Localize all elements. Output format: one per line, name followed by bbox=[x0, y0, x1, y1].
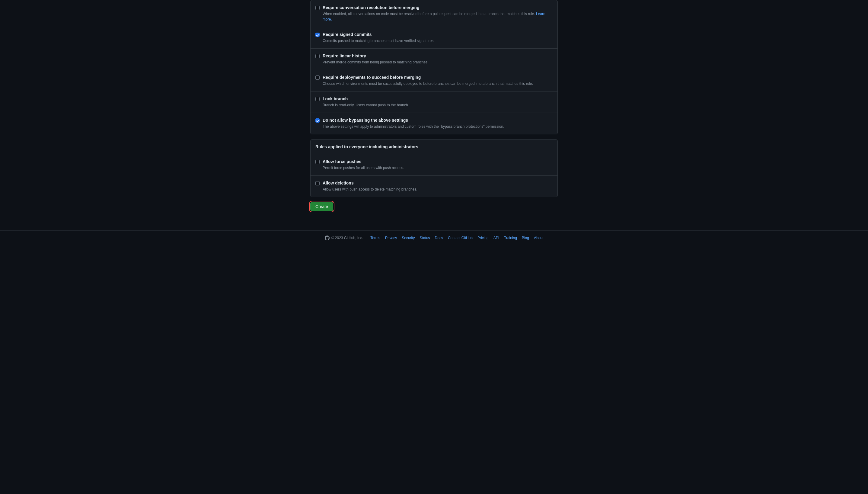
checkbox-do-not-allow-bypassing[interactable] bbox=[315, 118, 320, 122]
rule-text-require-conversation-resolution: Require conversation resolution before m… bbox=[323, 5, 553, 22]
rule-desc-require-linear-history: Prevent merge commits from being pushed … bbox=[323, 59, 553, 65]
rule-desc-allow-force-pushes: Permit force pushes for all users with p… bbox=[323, 165, 553, 171]
footer-link-security[interactable]: Security bbox=[402, 236, 415, 240]
footer-link-pricing[interactable]: Pricing bbox=[477, 236, 489, 240]
footer-link-training[interactable]: Training bbox=[504, 236, 517, 240]
rule-item-require-deployments: Require deployments to succeed before me… bbox=[311, 70, 557, 92]
footer-link-contact-github[interactable]: Contact GitHub bbox=[448, 236, 473, 240]
rule-text-allow-force-pushes: Allow force pushesPermit force pushes fo… bbox=[323, 159, 553, 171]
checkbox-allow-deletions[interactable] bbox=[315, 181, 320, 185]
footer-logo: © 2023 GitHub, Inc. bbox=[325, 235, 363, 240]
rule-title-lock-branch: Lock branch bbox=[323, 96, 553, 101]
footer: © 2023 GitHub, Inc. TermsPrivacySecurity… bbox=[0, 230, 868, 245]
rules-everyone-header: Rules applied to everyone including admi… bbox=[311, 139, 557, 154]
checkbox-require-linear-history[interactable] bbox=[315, 54, 320, 58]
rule-text-allow-deletions: Allow deletionsAllow users with push acc… bbox=[323, 180, 553, 192]
checkbox-allow-force-pushes[interactable] bbox=[315, 160, 320, 164]
rule-text-require-deployments: Require deployments to succeed before me… bbox=[323, 75, 553, 87]
create-button-wrapper: Create bbox=[310, 202, 558, 211]
checkbox-require-signed-commits[interactable] bbox=[315, 33, 320, 37]
checkbox-require-deployments[interactable] bbox=[315, 75, 320, 80]
rules-section: Require conversation resolution before m… bbox=[310, 0, 558, 134]
footer-link-privacy[interactable]: Privacy bbox=[385, 236, 397, 240]
rule-item-lock-branch: Lock branchBranch is read-only. Users ca… bbox=[311, 92, 557, 113]
rule-item-require-signed-commits: Require signed commitsCommits pushed to … bbox=[311, 27, 557, 49]
rule-title-require-linear-history: Require linear history bbox=[323, 54, 553, 58]
create-button[interactable]: Create bbox=[310, 202, 333, 211]
rule-item-require-linear-history: Require linear historyPrevent merge comm… bbox=[311, 49, 557, 70]
footer-link-status[interactable]: Status bbox=[420, 236, 430, 240]
rule-title-require-deployments: Require deployments to succeed before me… bbox=[323, 75, 553, 80]
rule-text-require-signed-commits: Require signed commitsCommits pushed to … bbox=[323, 32, 553, 43]
footer-copyright: © 2023 GitHub, Inc. bbox=[331, 236, 363, 240]
rule-item-allow-deletions: Allow deletionsAllow users with push acc… bbox=[311, 176, 557, 197]
rules-everyone-section: Rules applied to everyone including admi… bbox=[310, 139, 558, 197]
footer-link-terms[interactable]: Terms bbox=[370, 236, 380, 240]
rule-desc-allow-deletions: Allow users with push access to delete m… bbox=[323, 187, 553, 192]
footer-link-about[interactable]: About bbox=[534, 236, 543, 240]
rule-title-require-signed-commits: Require signed commits bbox=[323, 32, 553, 37]
rule-title-allow-deletions: Allow deletions bbox=[323, 180, 553, 185]
rule-desc-require-signed-commits: Commits pushed to matching branches must… bbox=[323, 38, 553, 43]
rule-desc-require-conversation-resolution: When enabled, all conversations on code … bbox=[323, 11, 553, 22]
footer-links: TermsPrivacySecurityStatusDocsContact Gi… bbox=[370, 236, 543, 240]
rule-title-do-not-allow-bypassing: Do not allow bypassing the above setting… bbox=[323, 118, 553, 122]
rule-link-require-conversation-resolution[interactable]: Learn more. bbox=[323, 12, 545, 21]
rule-text-lock-branch: Lock branchBranch is read-only. Users ca… bbox=[323, 96, 553, 108]
rule-title-allow-force-pushes: Allow force pushes bbox=[323, 159, 553, 164]
footer-link-docs[interactable]: Docs bbox=[435, 236, 443, 240]
footer-link-api[interactable]: API bbox=[493, 236, 499, 240]
rule-text-do-not-allow-bypassing: Do not allow bypassing the above setting… bbox=[323, 118, 553, 129]
rule-title-require-conversation-resolution: Require conversation resolution before m… bbox=[323, 5, 553, 10]
checkbox-lock-branch[interactable] bbox=[315, 97, 320, 101]
rule-item-require-conversation-resolution: Require conversation resolution before m… bbox=[311, 0, 557, 27]
rule-item-do-not-allow-bypassing: Do not allow bypassing the above setting… bbox=[311, 113, 557, 134]
checkbox-require-conversation-resolution[interactable] bbox=[315, 6, 320, 10]
footer-link-blog[interactable]: Blog bbox=[522, 236, 529, 240]
rule-item-allow-force-pushes: Allow force pushesPermit force pushes fo… bbox=[311, 154, 557, 176]
rule-desc-lock-branch: Branch is read-only. Users cannot push t… bbox=[323, 102, 553, 108]
rule-text-require-linear-history: Require linear historyPrevent merge comm… bbox=[323, 54, 553, 65]
github-logo-icon bbox=[325, 235, 330, 240]
rule-desc-do-not-allow-bypassing: The above settings will apply to adminis… bbox=[323, 124, 553, 129]
rule-desc-require-deployments: Choose which environments must be succes… bbox=[323, 81, 553, 87]
